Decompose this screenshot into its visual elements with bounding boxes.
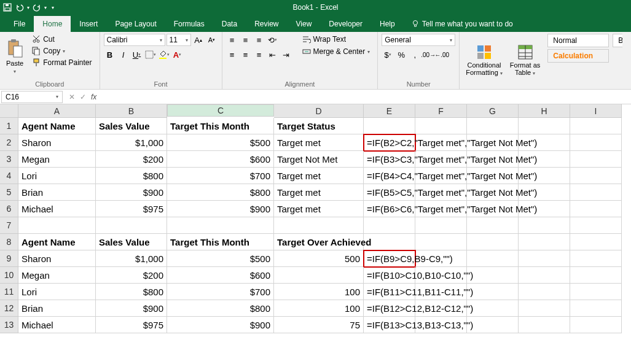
copy-button[interactable]: Copy▾ (28, 45, 95, 56)
row-header[interactable]: 12 (0, 300, 18, 317)
cell-E2[interactable]: =IF(B2>C2,"Target met","Target Not Met") (364, 134, 415, 151)
cell-A6[interactable]: Michael (18, 201, 96, 217)
align-middle-icon[interactable]: ≡ (240, 34, 252, 46)
tell-me-search[interactable]: Tell me what you want to do (404, 16, 520, 32)
cell-I1[interactable] (570, 118, 622, 134)
fx-icon[interactable]: fx (91, 93, 96, 101)
format-as-table-button[interactable]: Format as Table ▾ (508, 34, 543, 87)
cell-B13[interactable]: $975 (96, 317, 167, 333)
cell-F1[interactable] (415, 118, 467, 134)
orientation-icon[interactable]: ⟲▾ (267, 34, 279, 46)
cell-D13[interactable]: 75 (274, 317, 364, 333)
col-header-H[interactable]: H (519, 104, 570, 118)
redo-dropdown-icon[interactable]: ▾ (44, 5, 47, 10)
cell-G8[interactable] (467, 234, 519, 250)
cell-D5[interactable]: Target met (274, 184, 364, 201)
currency-icon[interactable]: $▾ (382, 48, 394, 61)
cell-B10[interactable]: $200 (96, 267, 167, 284)
fill-color-button[interactable]: ▾ (158, 48, 170, 61)
tab-data[interactable]: Data (213, 16, 246, 32)
cell-I13[interactable] (570, 317, 622, 333)
cell-D4[interactable]: Target met (274, 168, 364, 184)
tab-file[interactable]: File (5, 16, 34, 32)
save-icon[interactable] (2, 2, 12, 12)
cell-H9[interactable] (519, 250, 570, 267)
cell-E7[interactable] (364, 217, 415, 234)
cell-I5[interactable] (570, 184, 622, 201)
tab-view[interactable]: View (288, 16, 321, 32)
cell-A11[interactable]: Lori (18, 284, 96, 300)
decrease-indent-icon[interactable]: ⇤ (267, 48, 279, 61)
cell-I11[interactable] (570, 284, 622, 300)
cell-B7[interactable] (96, 217, 167, 234)
cell-style-calculation[interactable]: Calculation (547, 49, 609, 63)
align-left-icon[interactable]: ≡ (226, 48, 238, 61)
tab-insert[interactable]: Insert (71, 16, 106, 32)
conditional-formatting-button[interactable]: Conditional Formatting ▾ (463, 34, 505, 87)
cell-B8[interactable]: Sales Value (96, 234, 167, 250)
cell-A5[interactable]: Brian (18, 184, 96, 201)
cell-H11[interactable] (519, 284, 570, 300)
cell-H12[interactable] (519, 300, 570, 317)
col-header-F[interactable]: F (415, 104, 467, 118)
tab-developer[interactable]: Developer (320, 16, 371, 32)
row-header[interactable]: 8 (0, 234, 18, 250)
col-header-G[interactable]: G (467, 104, 519, 118)
row-header[interactable]: 5 (0, 184, 18, 201)
cell-H13[interactable] (519, 317, 570, 333)
cell-D11[interactable]: 100 (274, 284, 364, 300)
cell-G11[interactable] (467, 284, 519, 300)
col-header-E[interactable]: E (364, 104, 415, 118)
cell-G12[interactable] (467, 300, 519, 317)
cancel-formula-icon[interactable]: ✕ (69, 93, 75, 101)
cell-B6[interactable]: $975 (96, 201, 167, 217)
cell-E5[interactable]: =IF(B5>C5,"Target met","Target Not Met") (364, 184, 415, 201)
cut-button[interactable]: Cut (28, 34, 95, 45)
cell-I12[interactable] (570, 300, 622, 317)
cell-B9[interactable]: $1,000 (96, 250, 167, 267)
row-header[interactable]: 13 (0, 317, 18, 333)
tab-formulas[interactable]: Formulas (165, 16, 213, 32)
cell-E11[interactable]: =IF(B11>C11,B11-C11,"") (364, 284, 415, 300)
cell-D8[interactable]: Target Over Achieved (274, 234, 364, 250)
align-center-icon[interactable]: ≡ (240, 48, 252, 61)
cell-I7[interactable] (570, 217, 622, 234)
merge-center-button[interactable]: Merge & Center▾ (299, 46, 374, 57)
borders-button[interactable]: ▾ (144, 48, 157, 61)
cell-A10[interactable]: Megan (18, 267, 96, 284)
increase-decimal-icon[interactable]: .00→ (422, 48, 434, 61)
enter-formula-icon[interactable]: ✓ (80, 93, 86, 101)
decrease-decimal-icon[interactable]: ←.00 (436, 48, 448, 61)
row-header[interactable]: 7 (0, 217, 18, 234)
cell-E6[interactable]: =IF(B6>C6,"Target met","Target Not Met") (364, 201, 415, 217)
row-header[interactable]: 6 (0, 201, 18, 217)
cell-G7[interactable] (467, 217, 519, 234)
row-header[interactable]: 4 (0, 168, 18, 184)
col-header-B[interactable]: B (96, 104, 167, 118)
cell-C2[interactable]: $500 (167, 134, 274, 151)
cell-E12[interactable]: =IF(B12>C12,B12-C12,"") (364, 300, 415, 317)
cell-C5[interactable]: $800 (167, 184, 274, 201)
cell-C4[interactable]: $700 (167, 168, 274, 184)
cell-C8[interactable]: Target This Month (167, 234, 274, 250)
cell-A13[interactable]: Michael (18, 317, 96, 333)
cell-G1[interactable] (467, 118, 519, 134)
cell-E3[interactable]: =IF(B3>C3,"Target met","Target Not Met") (364, 151, 415, 168)
row-header[interactable]: 9 (0, 250, 18, 267)
italic-button[interactable]: I (117, 48, 130, 61)
wrap-text-button[interactable]: Wrap Text (299, 34, 374, 45)
tab-review[interactable]: Review (246, 16, 287, 32)
spreadsheet-grid[interactable]: 12345678910111213 ABCDEFGHI Agent NameSa… (0, 104, 631, 364)
cell-A1[interactable]: Agent Name (18, 118, 96, 134)
cell-B12[interactable]: $900 (96, 300, 167, 317)
cell-A2[interactable]: Sharon (18, 134, 96, 151)
comma-icon[interactable]: , (409, 48, 421, 61)
col-header-C[interactable]: C (167, 104, 274, 117)
cell-I8[interactable] (570, 234, 622, 250)
col-header-D[interactable]: D (274, 104, 364, 118)
format-painter-button[interactable]: Format Painter (28, 57, 95, 68)
col-header-A[interactable]: A (18, 104, 96, 118)
cell-I4[interactable] (570, 168, 622, 184)
cell-C9[interactable]: $500 (167, 250, 274, 267)
cell-G13[interactable] (467, 317, 519, 333)
